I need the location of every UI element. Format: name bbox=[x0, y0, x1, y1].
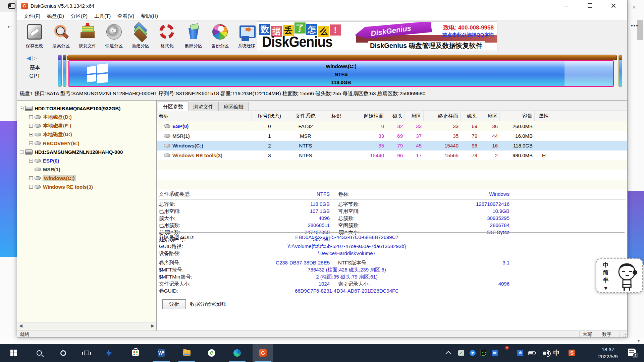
store-button[interactable] bbox=[125, 344, 146, 362]
cortana-button[interactable] bbox=[53, 344, 73, 362]
expander-icon[interactable]: + bbox=[29, 159, 33, 163]
edge-button[interactable] bbox=[227, 344, 248, 362]
tray-volume-icon[interactable] bbox=[539, 344, 550, 362]
tab-sector-edit[interactable]: 扇区编辑 bbox=[218, 102, 249, 111]
menu-view[interactable]: 查看(V) bbox=[114, 12, 138, 20]
overflow-dots-icon[interactable]: ••• bbox=[631, 23, 639, 29]
minimize-button[interactable] bbox=[559, 0, 574, 11]
ad-banner[interactable]: 数据丢了怎么! DiskGenius DiskGenius 致电: 400-00… bbox=[257, 21, 497, 51]
maximize-button[interactable] bbox=[582, 0, 598, 11]
tray-snowflake-icon[interactable]: ❄ bbox=[515, 344, 526, 362]
expander-icon[interactable]: + bbox=[29, 141, 33, 145]
tray-nvidia-icon[interactable] bbox=[478, 344, 489, 362]
desktop-caret-icon[interactable]: ▼ bbox=[637, 339, 641, 343]
delete-partition-button[interactable]: 删除分区 bbox=[180, 22, 207, 50]
banner-qq-link[interactable]: 或点击此处选择QQ咨询 bbox=[442, 32, 494, 38]
column-header[interactable]: 属性 bbox=[535, 111, 553, 121]
tray-defender-icon[interactable]: × bbox=[502, 344, 513, 362]
detail-value: 786432 (柱面:426 磁头:239 扇区:6) bbox=[233, 266, 461, 273]
expander-icon[interactable]: + bbox=[29, 185, 33, 189]
expander-icon[interactable]: + bbox=[29, 176, 33, 180]
taskbar-search-button[interactable] bbox=[29, 344, 50, 362]
tree-local-disk-d[interactable]: +本地磁盘(D:) bbox=[17, 113, 156, 121]
disk-nav-arrows[interactable]: ◀ ▷ bbox=[26, 55, 37, 62]
partition-sliver-esp[interactable] bbox=[58, 55, 62, 87]
system-migrate-button[interactable]: 系统迁移 bbox=[233, 22, 260, 50]
column-header[interactable]: 起始柱面 bbox=[349, 111, 386, 121]
column-header[interactable]: 终止柱面 bbox=[424, 111, 461, 121]
scroll-right-icon[interactable]: ▶ bbox=[151, 323, 154, 328]
column-header[interactable]: 卷标 bbox=[157, 111, 252, 121]
table-row[interactable]: Windows RE tools(3)3NTFS1544096171556579… bbox=[157, 150, 628, 160]
menu-tools[interactable]: 工具(T) bbox=[91, 12, 114, 20]
green-browser-button[interactable]: e bbox=[201, 344, 222, 362]
column-header[interactable]: 标识 bbox=[324, 111, 349, 121]
partition-windows-c[interactable]: Windows(C:) NTFS 118.0GB bbox=[68, 60, 614, 87]
tree-windows-re[interactable]: +Windows RE tools(3) bbox=[17, 182, 156, 191]
column-header[interactable] bbox=[553, 111, 628, 121]
column-header[interactable]: 序号(状态) bbox=[252, 111, 287, 121]
backup-partition-button[interactable]: 备份分区 bbox=[207, 22, 233, 50]
tree-hd1[interactable]: −HD1:SAMSUNGMZNLN128HAHQ-000 bbox=[17, 147, 156, 156]
diskgenius-button[interactable]: G bbox=[253, 344, 273, 362]
column-header[interactable]: 磁头 bbox=[386, 111, 405, 121]
save-changes-button[interactable]: 保存更改 bbox=[21, 22, 48, 50]
expander-icon[interactable]: + bbox=[29, 115, 33, 119]
format-button[interactable]: 格式化 bbox=[154, 22, 180, 50]
menu-help[interactable]: 帮助(H) bbox=[138, 12, 161, 20]
search-partition-button[interactable]: 搜索分区 bbox=[48, 22, 74, 50]
expander-icon[interactable]: − bbox=[20, 150, 23, 154]
expander-icon[interactable]: − bbox=[20, 107, 23, 110]
new-partition-button[interactable]: 新建分区 bbox=[127, 22, 154, 50]
background-close-icon[interactable]: × bbox=[632, 4, 636, 11]
tray-dingtalk-icon[interactable] bbox=[467, 344, 478, 362]
menu-disk[interactable]: 磁盘(D) bbox=[44, 12, 67, 20]
tray-ime-icon[interactable]: 中 bbox=[551, 344, 562, 362]
tree-hd0[interactable]: −HD0:TOSHIBAMQ04ABF100(932GB) bbox=[17, 104, 156, 113]
column-header[interactable]: 文件系统 bbox=[287, 111, 324, 121]
tree-local-disk-g[interactable]: +本地磁盘(G:) bbox=[17, 130, 156, 139]
back-arrow-icon[interactable]: ← bbox=[6, 21, 14, 30]
flash-tool-button[interactable] bbox=[99, 344, 119, 362]
tray-sogou-icon[interactable]: S bbox=[566, 344, 578, 362]
show-desktop-button[interactable] bbox=[642, 344, 644, 362]
word-button[interactable]: W bbox=[151, 344, 172, 362]
column-header[interactable]: 扇区 bbox=[479, 111, 500, 121]
expander-icon[interactable]: + bbox=[29, 124, 33, 128]
table-row[interactable]: Windows(C:)2NTFS357945154409616118.0GB bbox=[157, 141, 628, 150]
column-header[interactable]: 容量 bbox=[500, 111, 535, 121]
menu-partition[interactable]: 分区(P) bbox=[67, 12, 91, 20]
tree-local-disk-f[interactable]: +本地磁盘(F:) bbox=[17, 121, 156, 130]
partition-sliver-re[interactable] bbox=[619, 55, 622, 87]
tree-esp[interactable]: +ESP(0) bbox=[17, 156, 156, 165]
start-button[interactable] bbox=[3, 344, 24, 362]
action-center-icon[interactable]: 2 bbox=[628, 349, 636, 356]
expander-icon[interactable]: + bbox=[29, 133, 33, 136]
table-row[interactable]: ESP(0)0FAT3203233336936260.0MB bbox=[157, 121, 628, 131]
tray-update-check-icon[interactable]: ✓ bbox=[455, 344, 467, 362]
column-header[interactable]: 磁头 bbox=[461, 111, 479, 121]
column-header[interactable]: 扇区 bbox=[405, 111, 424, 121]
tree-windows-c[interactable]: +Windows(C:) bbox=[17, 174, 156, 182]
recover-files-button[interactable]: 恢复文件 bbox=[74, 22, 101, 50]
tab-partition-params[interactable]: 分区参数 bbox=[158, 102, 188, 111]
resize-grip[interactable] bbox=[622, 333, 626, 337]
tray-chevron-icon[interactable] bbox=[443, 344, 455, 362]
tray-intel-graphics-icon[interactable] bbox=[489, 344, 500, 362]
close-button[interactable] bbox=[606, 0, 621, 11]
partition-sliver-msr[interactable] bbox=[63, 55, 66, 87]
tree-recovery-e[interactable]: +RECOVERY(E:) bbox=[17, 139, 156, 147]
quick-partition-button[interactable]: 快速分区 bbox=[101, 22, 127, 50]
tab-browse-files[interactable]: 浏览文件 bbox=[188, 102, 218, 111]
menu-file[interactable]: 文件(F) bbox=[20, 12, 44, 20]
task-view-button[interactable] bbox=[76, 344, 97, 362]
scroll-left-icon[interactable]: ◀ bbox=[19, 323, 22, 328]
analyze-button[interactable]: 分析 bbox=[162, 299, 186, 309]
table-row[interactable]: MSR(1)1MSR33693735794416.0MB bbox=[157, 131, 628, 141]
tray-power-icon[interactable] bbox=[526, 344, 537, 362]
taskbar-clock[interactable]: 18:37 2022/5/9 bbox=[590, 346, 626, 360]
sogou-ime-widget[interactable]: 中简半♥ bbox=[596, 258, 643, 293]
tree-horizontal-scrollbar[interactable]: ◀ ▶ bbox=[17, 322, 156, 329]
file-explorer-button[interactable] bbox=[176, 344, 197, 362]
tree-msr[interactable]: +MSR(1) bbox=[17, 165, 156, 174]
